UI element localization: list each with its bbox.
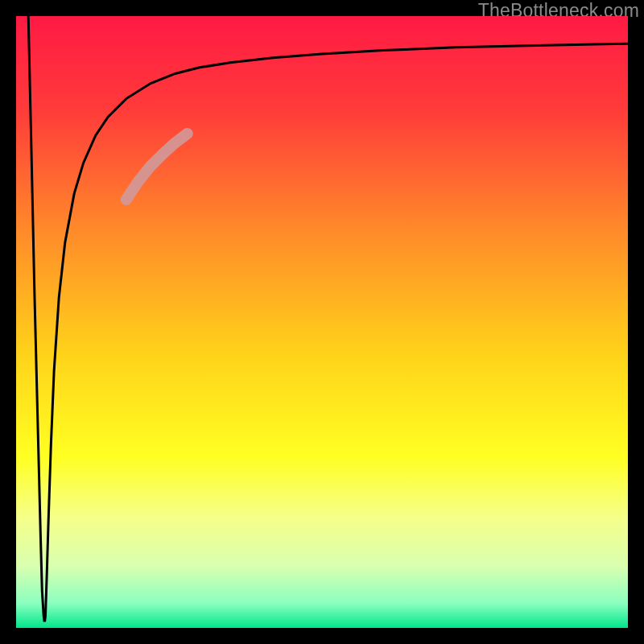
chart-frame: TheBottleneck.com — [0, 0, 644, 644]
gradient-background — [16, 16, 628, 628]
plot-area — [16, 16, 628, 628]
chart-svg — [16, 16, 628, 628]
